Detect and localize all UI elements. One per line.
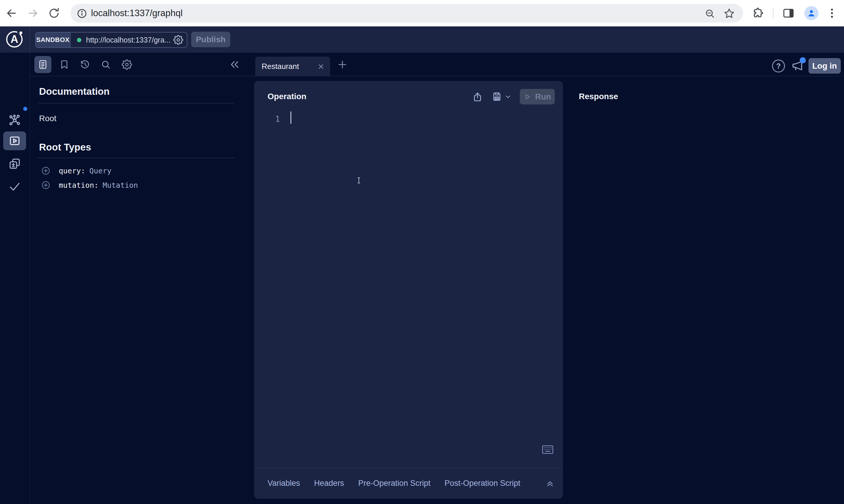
endpoint-url-input[interactable]: http://localhost:1337/gra... bbox=[86, 36, 171, 44]
login-button[interactable]: Log in bbox=[808, 58, 841, 74]
browser-profile-avatar[interactable] bbox=[804, 6, 819, 20]
toolbar-bottom-line bbox=[30, 76, 844, 76]
explorer-icon bbox=[8, 134, 21, 147]
field-type-link[interactable]: Query bbox=[89, 167, 111, 175]
schema-notification-dot bbox=[23, 107, 27, 111]
tab-restaurant[interactable]: Restaurant bbox=[255, 57, 330, 76]
help-glyph: ? bbox=[776, 62, 780, 70]
tab-headers[interactable]: Headers bbox=[314, 479, 344, 488]
side-panel-icon[interactable] bbox=[782, 7, 795, 19]
browser-forward-icon[interactable] bbox=[27, 7, 39, 20]
run-button[interactable]: Run bbox=[520, 89, 555, 105]
response-panel-title: Response bbox=[579, 92, 618, 101]
browser-reload-icon[interactable] bbox=[48, 7, 61, 20]
operation-footer-bar: Variables Headers Pre-Operation Script P… bbox=[268, 468, 555, 499]
save-operation-icon[interactable] bbox=[492, 92, 502, 102]
tab-close-icon[interactable] bbox=[317, 63, 325, 70]
browser-menu-icon[interactable] bbox=[826, 7, 838, 19]
new-tab-icon[interactable] bbox=[337, 59, 348, 70]
apollo-logo-letter: A bbox=[11, 33, 18, 46]
field-name: query: bbox=[59, 167, 85, 175]
root-types-title: Root Types bbox=[39, 142, 91, 153]
left-nav-rail bbox=[0, 52, 30, 504]
address-bar-url[interactable]: localhost:1337/graphql bbox=[91, 8, 183, 18]
site-info-icon[interactable] bbox=[76, 8, 87, 19]
bookmarks-tab-icon[interactable] bbox=[59, 59, 70, 70]
apollo-sandbox-app: localhost:1337/graphql A SANDBOX bbox=[0, 0, 844, 504]
run-label: Run bbox=[535, 92, 551, 102]
collapse-docs-panel-icon[interactable] bbox=[229, 59, 241, 70]
browser-toolbar: localhost:1337/graphql bbox=[0, 0, 844, 26]
extensions-icon[interactable] bbox=[752, 7, 764, 19]
operation-actions: Run bbox=[472, 89, 555, 105]
toolbar-divider bbox=[773, 7, 774, 19]
browser-address-bar[interactable]: localhost:1337/graphql bbox=[70, 4, 743, 23]
text-cursor-pointer bbox=[355, 177, 363, 187]
editor-caret bbox=[290, 111, 291, 124]
add-field-icon[interactable] bbox=[41, 166, 51, 176]
browser-back-icon[interactable] bbox=[5, 7, 18, 20]
root-field-query[interactable]: query: Query bbox=[41, 164, 111, 177]
field-name: mutation: bbox=[59, 181, 98, 190]
tab-variables[interactable]: Variables bbox=[268, 479, 300, 488]
search-tab-icon[interactable] bbox=[100, 59, 111, 70]
docs-root-link[interactable]: Root bbox=[39, 114, 56, 123]
history-tab-icon[interactable] bbox=[80, 59, 90, 70]
endpoint-group: SANDBOX http://localhost:1337/gra... bbox=[35, 32, 187, 48]
header-divider bbox=[30, 26, 30, 52]
connection-status-dot bbox=[77, 38, 81, 42]
docs-panel-title: Documentation bbox=[39, 86, 109, 97]
share-operation-icon[interactable] bbox=[472, 92, 483, 102]
zoom-out-icon[interactable] bbox=[704, 8, 716, 19]
operation-collections-icon[interactable] bbox=[8, 157, 21, 170]
tab-pre-operation-script[interactable]: Pre-Operation Script bbox=[358, 479, 431, 488]
checks-icon[interactable] bbox=[8, 180, 21, 193]
root-field-mutation[interactable]: mutation: Mutation bbox=[41, 179, 138, 192]
apollo-logo[interactable]: A bbox=[6, 31, 23, 48]
nav-explorer-active[interactable] bbox=[3, 131, 26, 150]
run-play-icon bbox=[523, 93, 532, 101]
notification-dot bbox=[800, 57, 806, 64]
schema-graph-icon[interactable] bbox=[8, 113, 21, 126]
sandbox-badge: SANDBOX bbox=[36, 33, 70, 47]
root-types-divider bbox=[38, 158, 234, 158]
tab-post-operation-script[interactable]: Post-Operation Script bbox=[445, 479, 520, 488]
operation-panel-title: Operation bbox=[268, 92, 306, 101]
apollo-header: A SANDBOX http://localhost:1337/gra... P… bbox=[0, 26, 844, 53]
add-field-icon[interactable] bbox=[41, 180, 51, 190]
field-type-link[interactable]: Mutation bbox=[103, 181, 138, 190]
save-menu-chevron-icon[interactable] bbox=[504, 93, 512, 100]
connection-settings-gear-icon[interactable] bbox=[173, 35, 183, 45]
documentation-tab-icon[interactable] bbox=[38, 59, 48, 70]
publish-button[interactable]: Publish bbox=[191, 32, 230, 47]
tab-label: Restaurant bbox=[262, 62, 299, 71]
operation-panel: Operation Run 1 bbox=[254, 81, 563, 499]
help-button[interactable]: ? bbox=[772, 59, 785, 72]
collapse-footer-icon[interactable] bbox=[545, 479, 555, 488]
bookmark-star-icon[interactable] bbox=[724, 8, 735, 19]
editor-line-number: 1 bbox=[271, 115, 280, 124]
docs-divider bbox=[38, 103, 234, 103]
keyboard-shortcuts-icon[interactable] bbox=[542, 445, 553, 454]
settings-tab-icon[interactable] bbox=[122, 59, 132, 70]
